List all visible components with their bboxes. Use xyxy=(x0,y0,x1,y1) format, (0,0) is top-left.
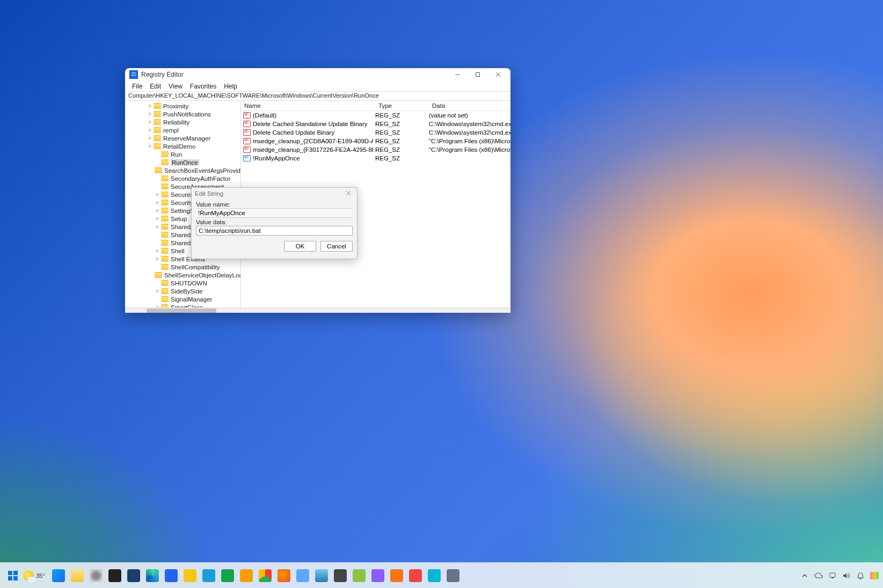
tree-item[interactable]: >RetailDemo xyxy=(125,142,240,150)
expand-icon[interactable]: > xyxy=(154,192,160,197)
maximize-button[interactable] xyxy=(468,68,488,81)
value-row[interactable]: msedge_cleanup_{2CD8A007-E189-409D-A2C8-… xyxy=(241,137,510,145)
taskbar-npp[interactable] xyxy=(351,567,368,584)
taskbar-terminal[interactable] xyxy=(106,567,123,584)
value-row[interactable]: (Default)REG_SZ(value not set) xyxy=(241,111,510,120)
expand-icon[interactable]: > xyxy=(147,135,153,141)
app4-icon xyxy=(428,569,441,582)
update-icon[interactable] xyxy=(828,571,837,580)
taskbar-explorer[interactable] xyxy=(69,567,86,584)
taskbar-edge-dev[interactable] xyxy=(219,567,236,584)
tree-item[interactable]: >SideBySide xyxy=(125,287,240,295)
expand-icon[interactable]: > xyxy=(154,208,160,214)
dialog-close-button[interactable] xyxy=(343,190,354,197)
folder-icon xyxy=(154,127,161,133)
tree-item[interactable]: >PushNotifications xyxy=(125,110,240,118)
value-row[interactable]: Delete Cached Standalone Update BinaryRE… xyxy=(241,120,510,128)
tree-item[interactable]: SHUTDOWN xyxy=(125,279,240,287)
taskbar-chrome[interactable] xyxy=(257,567,274,584)
onedrive-icon[interactable] xyxy=(814,571,823,580)
expand-icon[interactable]: > xyxy=(147,111,153,117)
photos-icon xyxy=(315,569,328,582)
taskbar-app3[interactable] xyxy=(407,567,424,584)
tray-chevron-icon[interactable] xyxy=(800,571,809,580)
taskbar-app1[interactable] xyxy=(369,567,386,584)
close-button[interactable] xyxy=(488,68,508,81)
expand-icon[interactable]: > xyxy=(154,224,160,230)
tree-item[interactable]: Run xyxy=(125,150,240,158)
tree-scrollbar[interactable] xyxy=(125,307,510,313)
taskbar[interactable]: 35° xyxy=(0,562,883,588)
value-name: msedge_cleanup_{F3017226-FE2A-4295-8BDF-… xyxy=(253,146,373,153)
taskbar-app5[interactable] xyxy=(444,567,462,584)
taskbar-app2[interactable] xyxy=(388,567,405,584)
expand-icon[interactable]: > xyxy=(154,304,160,307)
ok-button[interactable]: OK xyxy=(284,241,316,252)
value-name: Delete Cached Standalone Update Binary xyxy=(253,121,368,127)
tree-item[interactable]: RunOnce xyxy=(125,158,240,166)
value-data: "C:\Program Files (x86)\Microsof xyxy=(427,138,510,144)
volume-icon[interactable] xyxy=(842,571,851,580)
col-type[interactable]: Type xyxy=(375,102,429,109)
taskbar-notes[interactable] xyxy=(294,567,311,584)
start-button[interactable] xyxy=(4,567,21,584)
expand-icon[interactable]: > xyxy=(154,288,160,294)
tree-item[interactable]: >Proximity xyxy=(125,102,240,110)
taskbar-app4[interactable] xyxy=(426,567,443,584)
minimize-button[interactable] xyxy=(447,68,468,81)
tree-item[interactable]: SignalManager xyxy=(125,295,240,303)
titlebar[interactable]: Registry Editor xyxy=(125,68,510,81)
value-name: Delete Cached Update Binary xyxy=(253,129,334,136)
expand-icon[interactable]: > xyxy=(147,143,153,149)
expand-icon[interactable]: > xyxy=(154,248,160,254)
taskbar-start[interactable] xyxy=(50,567,67,584)
taskbar-edge-canary[interactable] xyxy=(181,567,199,584)
taskbar-settings[interactable] xyxy=(87,567,105,584)
expand-icon[interactable]: > xyxy=(154,256,160,262)
value-row[interactable]: !RunMyAppOnceREG_SZ xyxy=(241,154,510,163)
tree-item[interactable]: ShellCompatibility xyxy=(125,263,240,271)
tree-item[interactable]: >ReserveManager xyxy=(125,134,240,142)
col-name[interactable]: Name xyxy=(241,102,375,109)
dialog-titlebar[interactable]: Edit String xyxy=(192,188,357,199)
tree-item-label: RetailDemo xyxy=(163,143,195,150)
address-bar[interactable]: Computer\HKEY_LOCAL_MACHINE\SOFTWARE\Mic… xyxy=(125,91,510,101)
weather-widget[interactable]: 35° xyxy=(23,570,45,581)
taskbar-powershell[interactable] xyxy=(125,567,142,584)
expand-icon[interactable]: > xyxy=(154,200,160,205)
value-data-field[interactable] xyxy=(196,226,353,236)
menu-help[interactable]: Help xyxy=(220,82,241,91)
expand-icon[interactable]: > xyxy=(147,127,153,133)
taskbar-chrome-canary[interactable] xyxy=(238,567,255,584)
value-row[interactable]: msedge_cleanup_{F3017226-FE2A-4295-8BDF-… xyxy=(241,145,510,154)
notifications-icon[interactable] xyxy=(856,571,865,580)
expand-icon[interactable]: > xyxy=(147,119,153,125)
menu-favorites[interactable]: Favorites xyxy=(186,82,220,91)
tree-item[interactable]: >Reliability xyxy=(125,118,240,126)
taskbar-firefox[interactable] xyxy=(275,567,293,584)
taskbar-edge[interactable] xyxy=(144,567,161,584)
expand-icon[interactable]: > xyxy=(147,103,153,109)
taskbar-photos[interactable] xyxy=(313,567,330,584)
menu-file[interactable]: File xyxy=(128,82,146,91)
value-row[interactable]: Delete Cached Update BinaryREG_SZC:\Wind… xyxy=(241,128,510,137)
expand-icon[interactable]: > xyxy=(154,216,160,222)
col-data[interactable]: Data xyxy=(429,102,510,109)
menu-edit[interactable]: Edit xyxy=(146,82,165,91)
taskbar-edge-beta[interactable] xyxy=(200,567,217,584)
powershell-icon xyxy=(127,569,140,582)
taskbar-todo[interactable] xyxy=(163,567,180,584)
scrollbar-thumb[interactable] xyxy=(147,308,216,313)
tree-item[interactable]: >rempl xyxy=(125,126,240,134)
tree-item[interactable]: ShellServiceObjectDelayLoad xyxy=(125,271,240,279)
tree-item[interactable]: SearchBoxEventArgsProvider xyxy=(125,166,240,174)
value-name: (Default) xyxy=(253,112,276,119)
taskbar-winget[interactable] xyxy=(332,567,349,584)
list-header[interactable]: Name Type Data xyxy=(241,101,510,111)
tray-app-icon[interactable] xyxy=(870,571,879,580)
tree-item[interactable]: SecondaryAuthFactor xyxy=(125,174,240,182)
cancel-button[interactable]: Cancel xyxy=(320,241,353,252)
tree-item[interactable]: >SmartGlass xyxy=(125,303,240,307)
firefox-icon xyxy=(278,569,290,582)
menu-view[interactable]: View xyxy=(165,82,186,91)
